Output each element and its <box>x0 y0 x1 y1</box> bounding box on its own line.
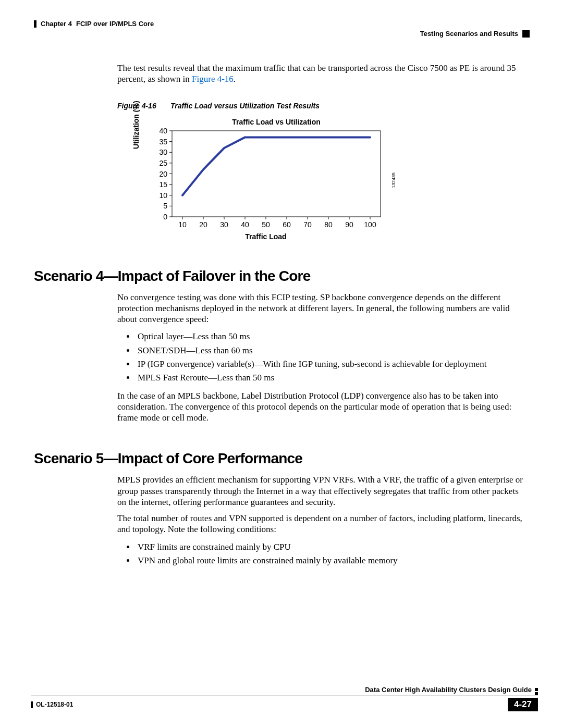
svg-text:5: 5 <box>163 202 167 210</box>
footer-bar-icon <box>31 701 33 708</box>
list-item: VRF limits are constrained mainly by CPU <box>136 540 529 554</box>
svg-text:70: 70 <box>303 220 312 229</box>
running-header-left: Chapter 4 FCIP over IP/MPLS Core <box>34 20 154 28</box>
list-item: IP (IGP convergence) variable(s)—With fi… <box>136 357 529 371</box>
s5-paragraph-2: The total number of routes and VPN suppo… <box>117 513 529 535</box>
header-bar-icon <box>34 20 36 28</box>
list-item: Optical layer—Less than 50 ms <box>136 330 529 343</box>
svg-text:30: 30 <box>220 220 228 229</box>
chapter-number: Chapter 4 <box>41 20 72 28</box>
intro-text-2: . <box>234 74 236 84</box>
header-marker-icon <box>522 30 530 38</box>
svg-text:35: 35 <box>159 137 167 145</box>
svg-text:10: 10 <box>178 220 187 229</box>
list-item: SONET/SDH—Less than 60 ms <box>136 344 529 357</box>
svg-text:100: 100 <box>364 220 376 229</box>
page-number: 4-27 <box>508 698 538 711</box>
chart-svg: 0510152025303540102030405060708090100 <box>143 128 394 232</box>
svg-rect-0 <box>172 131 381 217</box>
s4-bullet-list: Optical layer—Less than 50 msSONET/SDH—L… <box>136 330 529 385</box>
svg-text:40: 40 <box>241 220 249 229</box>
s4-paragraph-1: No convergence testing was done with thi… <box>117 292 529 325</box>
svg-text:0: 0 <box>163 213 167 221</box>
page-content: The test results reveal that the maximum… <box>34 63 529 573</box>
footer-marker-icon <box>535 688 538 695</box>
footer-guide-title: Data Center High Availability Clusters D… <box>365 686 532 694</box>
s4-paragraph-2: In the case of an MPLS backbone, Label D… <box>117 390 529 424</box>
list-item: VPN and global route limits are constrai… <box>136 554 529 567</box>
s5-bullet-list: VRF limits are constrained mainly by CPU… <box>136 540 529 568</box>
chapter-title: FCIP over IP/MPLS Core <box>76 20 154 28</box>
figure-caption-text: Traffic Load versus Utilization Test Res… <box>170 102 320 110</box>
s5-paragraph-1: MPLS provides an efficient mechanism for… <box>117 474 529 508</box>
svg-text:20: 20 <box>159 169 167 178</box>
svg-text:60: 60 <box>283 220 291 229</box>
heading-scenario-5: Scenario 5—Impact of Core Performance <box>34 450 529 467</box>
section-title: Testing Scenarios and Results <box>420 30 518 38</box>
chart-xlabel: Traffic Load <box>154 232 378 241</box>
chart-side-id: 132435 <box>391 172 396 188</box>
svg-text:20: 20 <box>199 220 207 229</box>
running-header-right: Testing Scenarios and Results <box>420 30 530 38</box>
heading-scenario-4: Scenario 4—Impact of Failover in the Cor… <box>34 268 529 285</box>
svg-text:30: 30 <box>159 148 167 156</box>
svg-text:90: 90 <box>345 220 353 229</box>
svg-text:10: 10 <box>159 191 167 199</box>
svg-text:80: 80 <box>324 220 333 229</box>
chart-ylabel: Utilization (%) <box>132 101 140 149</box>
footer-docnum: OL-12518-01 <box>36 701 73 708</box>
page-footer: Data Center High Availability Clusters D… <box>31 696 538 711</box>
svg-text:15: 15 <box>159 180 167 189</box>
svg-text:25: 25 <box>159 158 167 167</box>
chart-title: Traffic Load vs Utilization <box>164 118 388 126</box>
svg-text:50: 50 <box>262 220 270 229</box>
figure-link[interactable]: Figure 4-16 <box>192 74 234 84</box>
intro-text-1: The test results reveal that the maximum… <box>117 63 516 84</box>
figure-caption: Figure 4-16 Traffic Load versus Utilizat… <box>117 102 529 110</box>
svg-text:40: 40 <box>159 128 167 135</box>
list-item: MPLS Fast Reroute—Less than 50 ms <box>136 371 529 385</box>
intro-paragraph: The test results reveal that the maximum… <box>117 63 529 85</box>
chart-container: Traffic Load vs Utilization Utilization … <box>143 118 529 241</box>
